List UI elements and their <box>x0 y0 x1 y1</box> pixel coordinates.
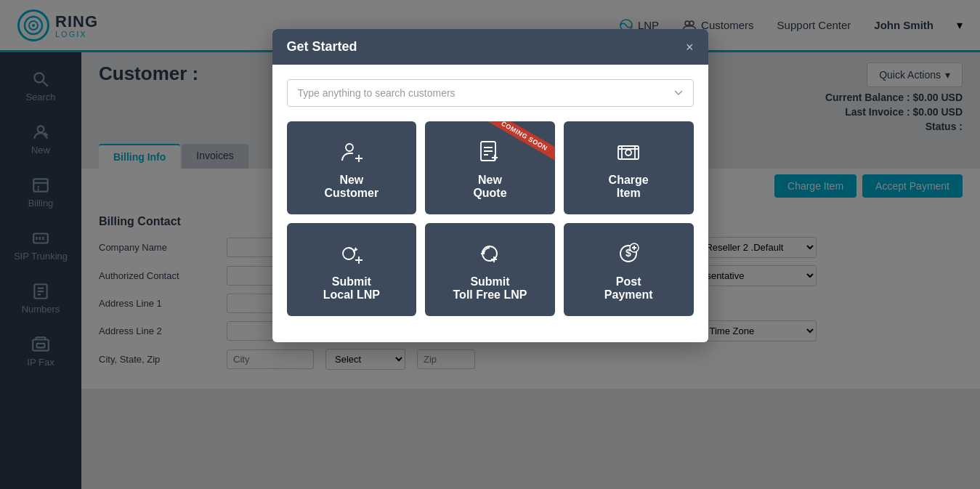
new-quote-icon <box>477 139 503 165</box>
customer-search-select[interactable]: Type anything to search customers <box>287 79 694 107</box>
charge-item-icon <box>615 139 641 165</box>
submit-tollfree-lnp-icon <box>477 241 503 267</box>
submit-tollfree-lnp-card[interactable]: Submit Toll Free LNP <box>425 223 555 316</box>
modal-title: Get Started <box>287 39 357 54</box>
modal-close-button[interactable]: × <box>686 41 694 54</box>
post-payment-card[interactable]: $ Post Payment <box>564 223 694 316</box>
new-customer-icon <box>339 139 365 165</box>
post-payment-label: Post Payment <box>604 275 653 302</box>
new-quote-card[interactable]: COMING SOON New Quote <box>425 121 555 214</box>
svg-point-25 <box>346 144 353 151</box>
modal: Get Started × Type anything to search cu… <box>272 29 708 342</box>
post-payment-icon: $ <box>615 241 641 267</box>
submit-tollfree-lnp-label: Submit Toll Free LNP <box>453 275 527 302</box>
modal-body: Type anything to search customers New Cu… <box>272 65 708 342</box>
new-quote-label: New Quote <box>473 174 506 200</box>
modal-overlay: Get Started × Type anything to search cu… <box>0 0 980 489</box>
new-customer-card[interactable]: New Customer <box>287 121 417 214</box>
submit-local-lnp-card[interactable]: Submit Local LNP <box>287 223 417 316</box>
action-grid: New Customer COMING SOON <box>287 121 694 316</box>
svg-point-35 <box>625 150 631 155</box>
submit-local-lnp-label: Submit Local LNP <box>323 275 380 302</box>
charge-item-card[interactable]: Charge Item <box>564 121 694 214</box>
submit-local-lnp-icon <box>339 241 365 267</box>
new-customer-label: New Customer <box>324 174 378 200</box>
modal-header: Get Started × <box>272 29 708 65</box>
charge-item-label: Charge Item <box>609 174 649 200</box>
